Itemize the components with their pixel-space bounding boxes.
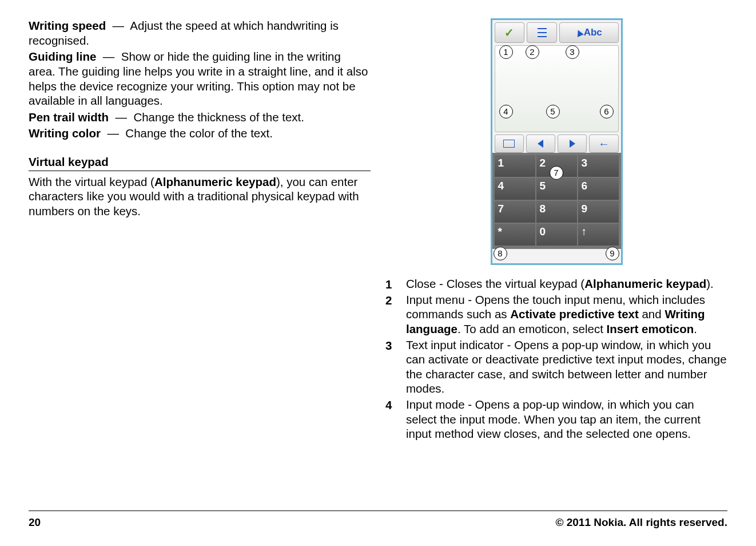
left-column: Writing speed — Adjust the speed at whic…	[29, 18, 371, 505]
callout-5: 5	[546, 105, 560, 118]
definition-item: Writing speed — Adjust the speed at whic…	[29, 18, 371, 48]
figure-wrapper: ✓ Abc ← 1 2 3 4 5 6 7	[385, 18, 727, 265]
arrow-right-icon	[570, 140, 575, 148]
right-column: ✓ Abc ← 1 2 3 4 5 6 7	[385, 18, 727, 505]
backspace-icon: ←	[598, 137, 610, 151]
legend-item: 1 Close - Closes the virtual keypad (Alp…	[385, 276, 727, 292]
legend-text: Input mode - Opens a pop-up window, in w…	[406, 397, 727, 442]
callout-3: 3	[566, 45, 579, 59]
key-shift[interactable]: ↑	[578, 224, 619, 246]
key-3[interactable]: 3	[578, 155, 619, 177]
key-0[interactable]: 0	[536, 224, 577, 246]
definition-label: Guiding line	[29, 50, 96, 63]
definition-label: Pen trail width	[29, 110, 109, 124]
definition-label: Writing color	[29, 126, 101, 140]
definition-item: Writing color — Change the color of the …	[29, 126, 371, 141]
page-content: Writing speed — Adjust the speed at whic…	[0, 0, 756, 511]
key-7[interactable]: 7	[495, 201, 535, 223]
callout-4: 4	[499, 105, 513, 118]
definition-text: Change the color of the text.	[125, 126, 273, 140]
abc-label: Abc	[584, 26, 602, 38]
backspace-button[interactable]: ←	[589, 134, 618, 153]
figure-top-row: ✓ Abc	[492, 20, 621, 43]
section-heading: Virtual keypad	[29, 155, 371, 169]
definition-label: Writing speed	[29, 19, 106, 32]
callout-6: 6	[600, 105, 614, 118]
page-footer: 20 © 2011 Nokia. All rights reserved.	[29, 511, 727, 536]
copyright-text: © 2011 Nokia. All rights reserved.	[555, 516, 727, 529]
callout-7: 7	[550, 166, 563, 180]
check-icon: ✓	[504, 26, 514, 40]
legend-text: Input menu - Opens the touch input menu,…	[406, 292, 727, 338]
text-indicator-button[interactable]: Abc	[559, 22, 619, 43]
pen-icon	[575, 28, 584, 37]
page-number: 20	[29, 516, 41, 529]
callout-1: 1	[499, 45, 513, 59]
keyboard-icon	[503, 140, 515, 148]
key-8[interactable]: 8	[536, 201, 577, 223]
legend-number: 2	[385, 292, 406, 338]
key-9[interactable]: 9	[578, 201, 619, 223]
callout-8: 8	[494, 247, 507, 260]
legend-item: 4 Input mode - Opens a pop-up window, in…	[385, 397, 727, 442]
legend-item: 3 Text input indicator - Opens a pop-up …	[385, 338, 727, 398]
definition-item: Pen trail width — Change the thickness o…	[29, 110, 371, 125]
legend-list: 1 Close - Closes the virtual keypad (Alp…	[385, 276, 727, 442]
key-1[interactable]: 1	[495, 155, 535, 177]
close-button[interactable]: ✓	[495, 22, 525, 43]
figure-mid-row: ←	[492, 134, 621, 153]
legend-text: Close - Closes the virtual keypad (Alpha…	[406, 276, 727, 292]
legend-number: 1	[385, 276, 406, 292]
input-mode-button[interactable]	[495, 134, 524, 153]
legend-item: 2 Input menu - Opens the touch input men…	[385, 292, 727, 338]
body-bold: Alphanumeric keypad	[154, 175, 276, 188]
section-divider	[29, 171, 371, 171]
menu-icon	[538, 28, 547, 37]
key-4[interactable]: 4	[495, 178, 535, 200]
callout-9: 9	[606, 247, 619, 260]
legend-number: 4	[385, 397, 406, 442]
legend-text: Text input indicator - Opens a pop-up wi…	[406, 338, 727, 398]
key-6[interactable]: 6	[578, 178, 619, 200]
keypad-figure: ✓ Abc ← 1 2 3 4 5 6 7	[491, 18, 623, 265]
body-text: With the virtual keypad (	[29, 175, 154, 188]
key-star[interactable]: *	[495, 224, 535, 246]
legend-number: 3	[385, 338, 406, 398]
arrow-left-icon	[538, 140, 543, 148]
text-input-area[interactable]	[495, 45, 619, 132]
input-menu-button[interactable]	[527, 22, 557, 43]
key-5[interactable]: 5	[536, 178, 577, 200]
callout-2: 2	[526, 45, 539, 59]
definition-item: Guiding line — Show or hide the guiding …	[29, 49, 371, 108]
definition-text: Change the thickness of the text.	[133, 110, 304, 124]
arrow-right-button[interactable]	[558, 134, 587, 153]
arrow-left-button[interactable]	[526, 134, 555, 153]
section-body: With the virtual keypad (Alphanumeric ke…	[29, 175, 371, 219]
